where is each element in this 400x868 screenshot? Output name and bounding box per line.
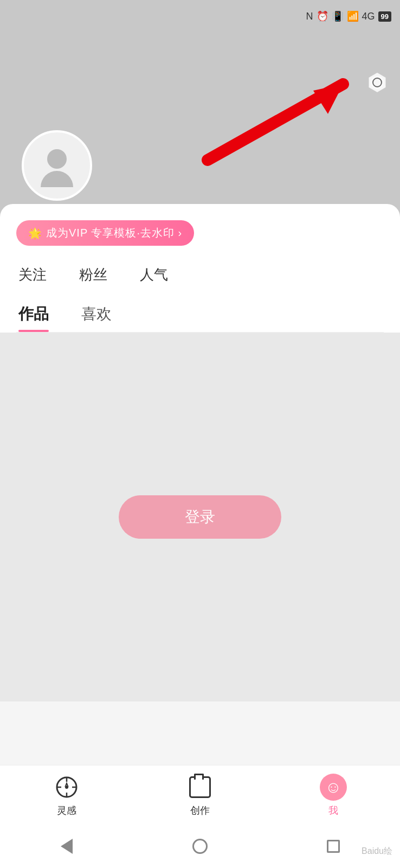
nav-profile-label: 我 (328, 804, 338, 817)
stats-row: 关注 粉丝 人气 (16, 265, 384, 284)
avatar-placeholder-icon (35, 144, 79, 187)
tab-likes-label: 喜欢 (81, 305, 112, 322)
vip-star-icon: 🌟 (28, 227, 42, 240)
recents-button[interactable] (324, 837, 343, 856)
stat-fans[interactable]: 粉丝 (79, 265, 107, 284)
tab-likes[interactable]: 喜欢 (81, 304, 112, 332)
tab-works[interactable]: 作品 (18, 304, 49, 332)
baidu-watermark: Baidu绘 (362, 846, 392, 857)
nav-item-profile[interactable]: 我 (320, 774, 347, 817)
stat-follow[interactable]: 关注 (18, 265, 47, 284)
recents-square-icon (327, 840, 340, 853)
svg-line-0 (208, 84, 343, 160)
svg-marker-1 (313, 84, 343, 114)
profile-icon (320, 774, 347, 801)
status-bar: N ⏰ 📳 📶 4G 99 (0, 0, 400, 33)
stat-fans-label: 粉丝 (79, 265, 107, 284)
stat-follow-label: 关注 (18, 265, 47, 284)
nfc-icon: N (306, 11, 313, 22)
nav-item-inspire[interactable]: 灵感 (53, 774, 80, 817)
create-icon (186, 774, 214, 801)
vip-banner-text: 成为VIP 专享模板·去水印 › (46, 226, 182, 240)
home-circle-icon (192, 839, 208, 854)
nav-create-label: 创作 (190, 804, 210, 817)
vip-banner[interactable]: 🌟 成为VIP 专享模板·去水印 › (16, 220, 194, 246)
stat-popularity-label: 人气 (140, 265, 168, 284)
alarm-icon: ⏰ (317, 10, 328, 22)
profile-header (0, 33, 400, 217)
tab-works-label: 作品 (18, 305, 49, 322)
login-button[interactable]: 登录 (119, 495, 281, 539)
red-arrow-annotation (197, 68, 370, 176)
tabs-row: 作品 喜欢 (16, 304, 384, 333)
back-button[interactable] (57, 837, 76, 856)
avatar (22, 130, 92, 201)
login-button-label: 登录 (185, 507, 215, 527)
settings-button[interactable] (365, 71, 389, 94)
wifi-icon: 📶 (347, 10, 359, 22)
nav-inspire-label: 灵感 (57, 804, 76, 817)
settings-hexagon-icon (367, 73, 387, 92)
avatar-body (41, 171, 73, 187)
create-square-icon (189, 776, 211, 798)
empty-content-area: 登录 (0, 333, 400, 701)
bottom-navigation: 灵感 创作 我 (0, 765, 400, 825)
compass-icon (53, 774, 80, 801)
vibrate-icon: 📳 (332, 10, 344, 22)
home-button[interactable] (190, 837, 210, 856)
back-triangle-icon (61, 839, 73, 854)
signal-icon: 4G (362, 11, 375, 22)
system-bar: Baidu绘 (0, 825, 400, 868)
content-area: 🌟 成为VIP 专享模板·去水印 › 关注 粉丝 人气 作品 喜欢 (0, 204, 400, 333)
battery-indicator: 99 (378, 11, 391, 22)
stat-popularity[interactable]: 人气 (140, 265, 168, 284)
avatar-container (22, 130, 92, 201)
nav-item-create[interactable]: 创作 (186, 774, 214, 817)
avatar-head (47, 149, 67, 169)
profile-face-icon (320, 774, 347, 801)
